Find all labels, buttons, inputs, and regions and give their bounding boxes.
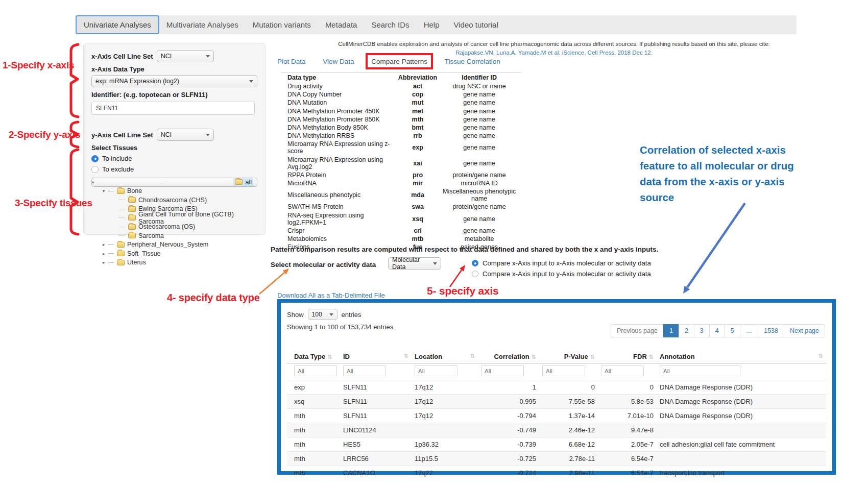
folder-icon (117, 188, 125, 194)
sort-icon[interactable]: ⇅ (532, 354, 536, 360)
download-all-link[interactable]: Download All as a Tab-Delimited File (277, 291, 385, 299)
compare-x-axis-radio[interactable] (472, 260, 478, 266)
y-cell-line-set-select[interactable]: NCI (157, 129, 214, 141)
page-button[interactable]: 3 (694, 324, 710, 337)
citation-block: CellMinerCDB enables exploration and ana… (276, 40, 832, 57)
page-button[interactable]: … (740, 324, 759, 337)
brace-step3 (71, 150, 78, 234)
col-location[interactable]: Location⇅ (412, 351, 478, 363)
page-button[interactable]: 1538 (758, 324, 784, 337)
brace-step1 (71, 44, 78, 117)
nav-tab[interactable]: Help (417, 15, 447, 34)
legend-row: SWATH-MS Protein swa protein/gene name (281, 203, 521, 211)
tree-node-label: Osteosarcoma (OS) (138, 223, 195, 230)
filter-location[interactable] (415, 365, 457, 376)
tree-connector (108, 191, 114, 191)
tree-toggle-icon[interactable]: ▸ (103, 242, 108, 247)
sort-icon[interactable]: ⇅ (590, 354, 595, 360)
compare-y-axis-label: Compare x-Axis input to y-Axis molecular… (483, 270, 651, 278)
molecular-data-select-label: Select molecular or activity data (271, 261, 376, 269)
sort-icon[interactable]: ⇅ (649, 354, 654, 360)
molecular-data-select[interactable]: Molecular Data (388, 257, 441, 270)
nav-tab[interactable]: Multivariate Analyses (159, 15, 246, 34)
filter-fdr[interactable] (601, 365, 644, 376)
tissue-tree-node[interactable]: Sarcoma (91, 231, 257, 240)
page-button[interactable]: 2 (679, 324, 694, 337)
tree-node-label: all (245, 179, 252, 186)
include-radio[interactable] (91, 155, 99, 162)
compare-y-axis-radio[interactable] (472, 271, 478, 277)
tissue-tree-node[interactable]: Chondrosarcoma (CHS) (91, 196, 257, 205)
result-row: mth CACNA1G 17q22 -0.724 2.98e-11 6.54e-… (287, 466, 826, 480)
col-id[interactable]: ID⇅ (340, 351, 412, 363)
folder-icon (117, 242, 125, 248)
nav-tab[interactable]: Univariate Analyses (76, 15, 159, 34)
show-entries-select[interactable]: 100 (308, 309, 337, 320)
filter-id[interactable] (343, 365, 386, 376)
page-button[interactable]: 5 (725, 324, 740, 337)
x-cell-line-set-select[interactable]: NCI (157, 50, 214, 62)
citation-link[interactable]: Rajapakse.VN, Luna.A, Yamade.M et al. iS… (276, 48, 832, 57)
cellminercdb-page: Univariate AnalysesMultivariate Analyses… (0, 0, 868, 488)
tissue-tree-node[interactable]: ▸ Peripheral_Nervous_System (91, 240, 257, 250)
filter-data-type[interactable] (294, 365, 337, 376)
nav-tab[interactable]: Video tutorial (446, 15, 505, 34)
filter-p-value[interactable] (542, 365, 585, 376)
col-annotation[interactable]: Annotation⇅ (657, 351, 826, 363)
tree-connector (162, 182, 167, 182)
filter-annotation[interactable] (660, 365, 740, 376)
result-row: mth LINC01124 -0.749 2.46e-12 9.47e-8 (287, 423, 826, 437)
legend-row: DNA Copy Number cop gene name (281, 90, 521, 99)
correlation-results-table: Data Type⇅ ID⇅ Location⇅ Correlation⇅ P-… (287, 351, 826, 480)
nav-tab[interactable]: Metadata (318, 15, 365, 34)
step4-arrow (259, 273, 284, 294)
legend-row: Metabolomics mtb metabolite (281, 235, 521, 243)
filter-correlation[interactable] (481, 365, 524, 376)
tissue-tree-node[interactable]: ▸ Uterus (91, 258, 257, 267)
sort-icon[interactable]: ⇅ (818, 353, 823, 359)
exclude-radio-label: To exclude (102, 165, 134, 173)
tree-toggle-icon[interactable]: ▾ (103, 189, 108, 193)
folder-icon (128, 233, 136, 238)
col-p-value[interactable]: P-Value⇅ (539, 351, 598, 363)
page-button[interactable]: Next page (784, 324, 825, 337)
tree-toggle-icon[interactable]: ▸ (103, 252, 108, 256)
tab-plot-data[interactable]: Plot Data (277, 58, 306, 65)
col-correlation[interactable]: Correlation⇅ (478, 351, 539, 363)
tab-tissue-correlation[interactable]: Tissue Correlation (445, 58, 500, 65)
sort-icon[interactable]: ⇅ (470, 353, 475, 359)
compare-patterns-annotation-box (366, 53, 433, 69)
page-button[interactable]: 1 (663, 324, 679, 337)
page-button[interactable]: Previous page (611, 324, 664, 337)
tissue-tree-node[interactable]: ▸ Soft_Tissue (91, 249, 257, 258)
tree-node-label: Bone (127, 187, 142, 194)
tab-view-data[interactable]: View Data (323, 58, 354, 65)
col-fdr[interactable]: FDR⇅ (598, 351, 657, 363)
top-nav-bar: Univariate AnalysesMultivariate Analyses… (76, 15, 797, 34)
tissue-tree-node[interactable]: ▾ all (91, 178, 257, 187)
tissue-tree-node[interactable]: ▾ Bone (91, 187, 257, 196)
identifier-input[interactable] (91, 102, 255, 115)
folder-icon (128, 224, 136, 230)
exclude-radio[interactable] (91, 166, 99, 173)
result-row: mth LRRC56 11p15.5 -0.725 2.78e-11 6.54e… (287, 452, 826, 466)
legend-row: DNA Methylation RRBS rrb gene name (281, 132, 521, 140)
nav-tab[interactable]: Search IDs (364, 15, 416, 34)
sort-icon[interactable]: ⇅ (327, 354, 332, 360)
folder-icon (117, 260, 125, 265)
identifier-label: Identifier: (e.g. topotecan or SLFN11) (91, 91, 257, 99)
tree-toggle-icon[interactable]: ▾ (92, 180, 98, 185)
legend-header-row: Data type Abbreviation Identifier ID (281, 72, 521, 83)
correlation-note-arrow (687, 203, 745, 287)
x-data-type-select[interactable]: exp: mRNA Expression (log2) (91, 75, 257, 87)
show-label: Show (287, 311, 304, 319)
legend-row: RPPA Protein pro protein/gene name (281, 171, 521, 179)
col-data-type[interactable]: Data Type⇅ (287, 351, 340, 363)
tab-compare-patterns[interactable]: Compare Patterns (371, 58, 427, 65)
page-button[interactable]: 4 (709, 324, 725, 337)
tissue-tree-node[interactable]: Giant Cell Tumor of Bone (GCTB) Sarcoma (91, 213, 257, 223)
tree-toggle-icon[interactable]: ▸ (103, 260, 108, 265)
include-radio-label: To include (102, 155, 132, 162)
nav-tab[interactable]: Mutation variants (246, 15, 318, 34)
sort-icon[interactable]: ⇅ (404, 353, 408, 359)
